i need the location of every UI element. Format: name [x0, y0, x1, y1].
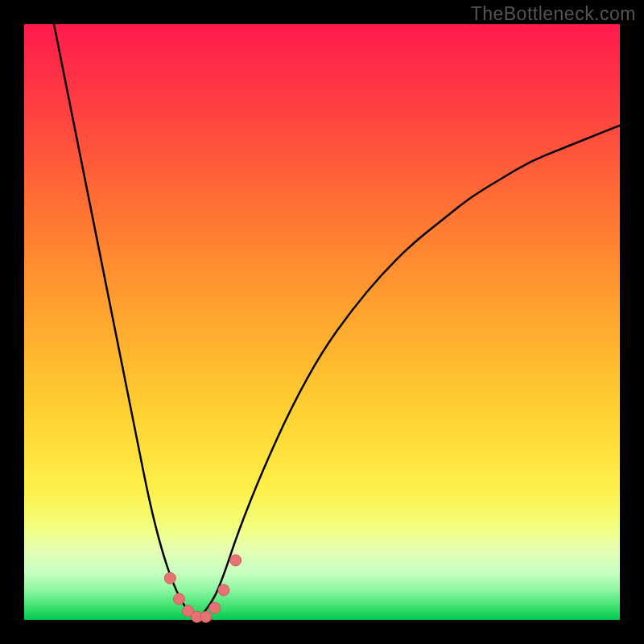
curve-layer	[24, 24, 620, 620]
valley-marker-0	[164, 572, 175, 584]
right-curve	[197, 126, 620, 620]
gradient-plot-area	[24, 24, 620, 620]
valley-marker-7	[230, 555, 242, 566]
chart-frame: TheBottleneck.com	[0, 0, 644, 644]
valley-marker-5	[209, 602, 221, 613]
left-curve	[54, 24, 197, 620]
watermark-text: TheBottleneck.com	[471, 3, 636, 25]
valley-marker-4	[200, 611, 212, 622]
valley-marker-6	[218, 584, 229, 596]
valley-marker-1	[173, 593, 184, 605]
